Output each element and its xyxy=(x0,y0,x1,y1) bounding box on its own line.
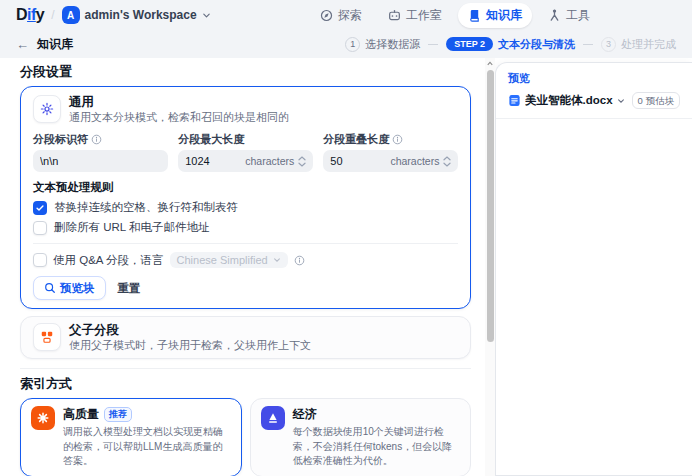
general-title: 通用 xyxy=(69,95,289,110)
max-length-input[interactable] xyxy=(185,155,241,167)
rule-replace-whitespace[interactable]: 替换掉连续的空格、换行符和制表符 xyxy=(33,200,458,215)
preview-panel: 预览 美业智能体.docx 0 预估块 xyxy=(495,58,692,476)
qa-language-select[interactable]: Chinese Simplified xyxy=(170,252,288,268)
explore-icon xyxy=(320,9,333,22)
preview-chunks-label: 预览块 xyxy=(60,281,95,296)
preview-title: 预览 xyxy=(508,71,680,86)
step-3-number: 3 xyxy=(601,37,616,52)
nav-item-studio[interactable]: 工作室 xyxy=(378,3,452,28)
economical-icon-box xyxy=(261,406,285,430)
overlap-input-box: characters xyxy=(323,150,458,172)
workspace-avatar: A xyxy=(62,6,80,24)
scrollbar-up-arrow[interactable] xyxy=(487,61,493,66)
economical-desc: 每个数据块使用10个关键词进行检索，不会消耗任何tokens，但会以降低检索准确… xyxy=(293,425,461,469)
nav-label: 工具 xyxy=(566,7,590,24)
chunk-mode-general-card[interactable]: 通用 通用文本分块模式，检索和召回的块是相同的 分段标识符 分段最大 xyxy=(20,86,471,309)
step-1-label: 选择数据源 xyxy=(365,37,420,52)
general-icon-box xyxy=(33,95,61,123)
logo-d: D xyxy=(16,6,27,23)
index-method-economical-card[interactable]: 经济 每个数据块使用10个关键词进行检索，不会消耗任何tokens，但会以降低检… xyxy=(250,398,472,476)
step-3-label: 处理并完成 xyxy=(621,37,676,52)
sailboat-icon xyxy=(267,412,279,424)
max-length-stepper[interactable] xyxy=(298,156,306,167)
tools-icon xyxy=(548,9,561,22)
max-length-unit: characters xyxy=(245,155,294,167)
qa-checkbox[interactable] xyxy=(33,253,47,267)
breadcrumb-slash: / xyxy=(51,8,54,22)
top-bar: Dify / A admin's Workspace 探索 工作室 知识库 工具 xyxy=(0,0,692,30)
max-length-input-box: characters xyxy=(178,150,313,172)
stepper-down-icon xyxy=(298,162,306,167)
field-max-length: 分段最大长度 characters xyxy=(178,132,313,172)
nav-item-tools[interactable]: 工具 xyxy=(538,3,600,28)
checkbox-checked-icon[interactable] xyxy=(33,201,47,215)
docx-file-icon xyxy=(508,94,521,107)
recommended-badge: 推荐 xyxy=(104,407,132,422)
primary-nav: 探索 工作室 知识库 工具 xyxy=(310,3,600,28)
stepper-down-icon xyxy=(443,162,451,167)
step-separator xyxy=(583,44,593,45)
sparkle-icon xyxy=(37,412,49,424)
brand-area: Dify / A admin's Workspace xyxy=(16,6,211,24)
segmentation-section-title: 分段设置 xyxy=(20,64,471,80)
rule-label: 替换掉连续的空格、换行符和制表符 xyxy=(54,200,238,215)
page-title: 知识库 xyxy=(37,36,73,53)
nav-item-explore[interactable]: 探索 xyxy=(310,3,372,28)
field-delimiter: 分段标识符 xyxy=(33,132,168,172)
divider xyxy=(33,243,458,244)
index-method-section-title: 索引方式 xyxy=(20,376,471,392)
stepper-up-icon xyxy=(298,156,306,161)
high-quality-desc: 调用嵌入模型处理文档以实现更精确的检索，可以帮助LLM生成高质量的答案。 xyxy=(63,425,231,469)
nav-label: 知识库 xyxy=(486,7,522,24)
rule-remove-urls[interactable]: 删除所有 URL 和电子邮件地址 xyxy=(33,220,458,235)
qa-language-value: Chinese Simplified xyxy=(177,254,268,266)
settings-panel: 分段设置 通用 通用文本分块模式，检索和召回的块是相同的 分段标识符 xyxy=(0,58,485,476)
content-area: 分段设置 通用 通用文本分块模式，检索和召回的块是相同的 分段标识符 xyxy=(0,58,692,476)
delimiter-label: 分段标识符 xyxy=(33,132,88,147)
main-scrollbar[interactable] xyxy=(485,58,495,476)
overlap-unit: characters xyxy=(390,155,439,167)
overlap-input[interactable] xyxy=(330,155,386,167)
max-length-label: 分段最大长度 xyxy=(178,132,244,147)
logo-y: y xyxy=(36,6,44,23)
qa-label: 使用 Q&A 分段，语言 xyxy=(53,253,164,268)
dify-logo[interactable]: Dify xyxy=(16,6,44,24)
magnifier-icon xyxy=(44,282,56,294)
index-method-high-quality-card[interactable]: 高质量 推荐 调用嵌入模型处理文档以实现更精确的检索，可以帮助LLM生成高质量的… xyxy=(20,398,242,476)
stepper-up-icon xyxy=(443,156,451,161)
studio-icon xyxy=(388,9,401,22)
scrollbar-thumb[interactable] xyxy=(487,70,494,342)
nav-item-knowledge[interactable]: 知识库 xyxy=(458,3,532,28)
back-to-knowledge[interactable]: ← 知识库 xyxy=(16,36,73,53)
step-indicator: 1 选择数据源 STEP 2 文本分段与清洗 3 处理并完成 xyxy=(345,37,676,52)
delimiter-input[interactable] xyxy=(40,155,161,167)
preview-file-selector[interactable]: 美业智能体.docx xyxy=(508,93,625,108)
page-header: ← 知识库 1 选择数据源 STEP 2 文本分段与清洗 3 处理并完成 xyxy=(0,30,692,58)
general-desc: 通用文本分块模式，检索和召回的块是相同的 xyxy=(69,111,289,124)
gear-icon xyxy=(40,102,54,116)
step-2-label: 文本分段与清洗 xyxy=(498,37,575,52)
info-icon[interactable] xyxy=(294,255,305,266)
qa-segmentation-row: 使用 Q&A 分段，语言 Chinese Simplified xyxy=(33,252,458,268)
chevron-down-icon xyxy=(273,256,281,264)
info-icon[interactable] xyxy=(91,134,102,145)
chunk-mode-parent-child-card[interactable]: 父子分段 使用父子模式时，子块用于检索，父块用作上下文 xyxy=(20,316,471,359)
info-icon[interactable] xyxy=(392,134,403,145)
workspace-name: admin's Workspace xyxy=(85,8,197,22)
chevron-down-icon xyxy=(617,97,625,105)
step-2-current: STEP 2 文本分段与清洗 xyxy=(446,37,575,52)
step-1: 1 选择数据源 xyxy=(345,37,420,52)
reset-button[interactable]: 重置 xyxy=(118,281,141,296)
overlap-label: 分段重叠长度 xyxy=(323,132,389,147)
preview-chunks-button[interactable]: 预览块 xyxy=(33,276,106,300)
preview-card: 预览 美业智能体.docx 0 预估块 xyxy=(495,62,692,476)
workspace-selector[interactable]: A admin's Workspace xyxy=(62,6,211,24)
overlap-stepper[interactable] xyxy=(443,156,451,167)
checkbox-unchecked-icon[interactable] xyxy=(33,221,47,235)
preview-file-name: 美业智能体.docx xyxy=(525,93,613,108)
rule-label: 删除所有 URL 和电子邮件地址 xyxy=(54,220,209,235)
nav-label: 工作室 xyxy=(406,7,442,24)
step-2-badge: STEP 2 xyxy=(446,37,493,51)
logo-if: if xyxy=(27,6,36,23)
chevron-down-icon xyxy=(202,11,211,20)
